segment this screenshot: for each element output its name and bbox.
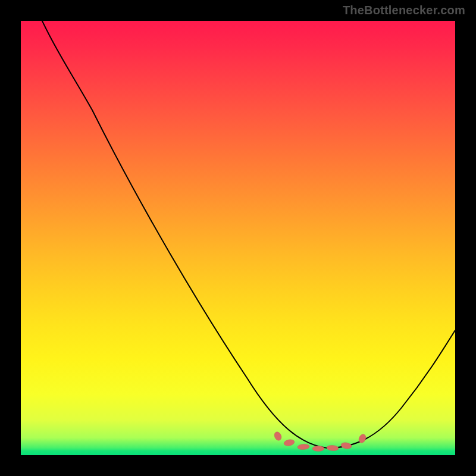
watermark-text: TheBottlenecker.com: [343, 4, 465, 17]
chart-stage: TheBottlenecker.com: [0, 0, 476, 476]
curve-layer: [21, 21, 455, 455]
curve-marker: [283, 439, 295, 447]
curve-marker: [298, 444, 310, 450]
curve-marker: [273, 431, 283, 441]
plot-area: [21, 21, 455, 455]
bottleneck-curve: [21, 21, 455, 448]
curve-marker: [340, 442, 352, 450]
curve-marker: [312, 446, 324, 452]
curve-markers: [273, 431, 367, 452]
curve-marker: [327, 445, 339, 451]
